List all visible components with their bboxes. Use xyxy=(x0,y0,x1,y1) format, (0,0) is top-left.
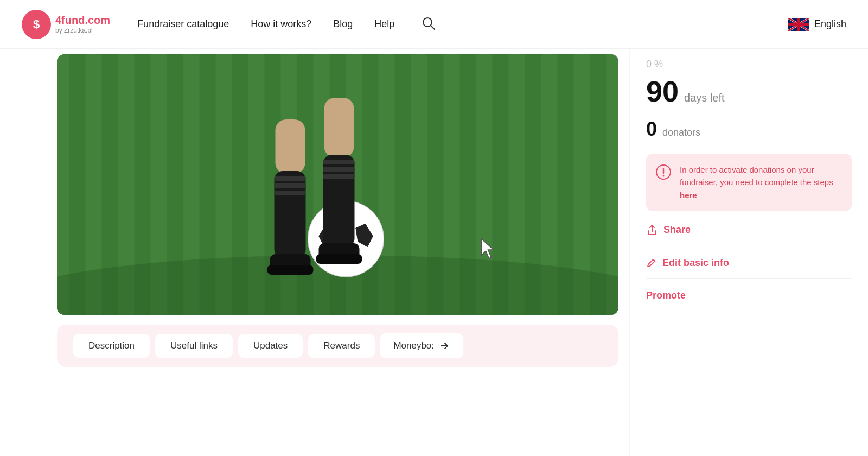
nav-fundraiser-catalogue[interactable]: Fundraiser catalogue xyxy=(137,18,229,30)
share-label: Share xyxy=(663,224,691,236)
svg-rect-22 xyxy=(275,191,306,195)
tab-bar: Description Useful links Updates Rewards… xyxy=(57,325,618,367)
left-panel: Description Useful links Updates Rewards… xyxy=(0,49,629,456)
svg-rect-28 xyxy=(323,167,355,172)
main-layout: Description Useful links Updates Rewards… xyxy=(0,49,868,456)
header: $ 4fund.com by Zrzutka.pl Fundraiser cat… xyxy=(0,0,868,49)
nav-help[interactable]: Help xyxy=(374,18,394,30)
svg-rect-25 xyxy=(324,98,354,157)
svg-rect-21 xyxy=(275,183,306,188)
promote-row[interactable]: Promote xyxy=(646,278,852,301)
warning-text: In order to activate donations on your f… xyxy=(680,163,842,201)
language-label: English xyxy=(814,18,846,30)
edit-label: Edit basic info xyxy=(662,257,729,269)
main-nav: Fundraiser catalogue How it works? Blog … xyxy=(137,16,788,33)
hero-image-container xyxy=(0,49,629,315)
tab-rewards[interactable]: Rewards xyxy=(308,334,375,358)
svg-rect-24 xyxy=(267,265,314,275)
logo[interactable]: $ 4fund.com by Zrzutka.pl xyxy=(22,10,110,39)
share-icon xyxy=(646,224,658,236)
edit-basic-info-row[interactable]: Edit basic info xyxy=(646,246,852,269)
nav-blog[interactable]: Blog xyxy=(333,18,353,30)
svg-text:$: $ xyxy=(33,17,40,31)
donators-row: 0 donators xyxy=(646,118,852,141)
edit-icon xyxy=(646,257,657,268)
svg-rect-31 xyxy=(316,254,362,264)
donators-label: donators xyxy=(662,127,700,138)
promote-label: Promote xyxy=(646,290,686,301)
tab-updates[interactable]: Updates xyxy=(238,334,303,358)
svg-rect-27 xyxy=(323,160,355,164)
days-row: 90 days left xyxy=(646,74,852,108)
right-panel: 0 % 90 days left 0 donators In order to … xyxy=(629,49,868,456)
logo-icon: $ xyxy=(22,10,51,39)
stats-section: 0 % 90 days left 0 donators xyxy=(646,49,852,154)
search-icon[interactable] xyxy=(422,16,436,33)
days-label: days left xyxy=(684,92,724,104)
share-row[interactable]: Share xyxy=(646,224,852,236)
svg-rect-18 xyxy=(276,119,305,174)
arrow-right-icon xyxy=(438,340,450,352)
tab-moneybox[interactable]: Moneybo: xyxy=(380,333,463,358)
svg-rect-20 xyxy=(275,176,306,181)
hero-image xyxy=(57,54,618,315)
nav-how-it-works[interactable]: How it works? xyxy=(251,18,311,30)
svg-point-35 xyxy=(663,175,665,177)
warning-link[interactable]: here xyxy=(680,191,697,200)
svg-rect-29 xyxy=(323,174,355,179)
language-selector[interactable]: English xyxy=(788,18,846,31)
percent-text: 0 % xyxy=(646,59,852,70)
logo-text: 4fund.com by Zrzutka.pl xyxy=(55,14,110,34)
svg-line-3 xyxy=(431,26,435,29)
warning-box: In order to activate donations on your f… xyxy=(646,154,852,211)
days-number: 90 xyxy=(646,74,679,108)
uk-flag-icon xyxy=(788,18,809,31)
tab-useful-links[interactable]: Useful links xyxy=(155,334,233,358)
tab-description[interactable]: Description xyxy=(73,334,150,358)
warning-icon xyxy=(656,164,671,180)
donators-number: 0 xyxy=(646,118,657,141)
